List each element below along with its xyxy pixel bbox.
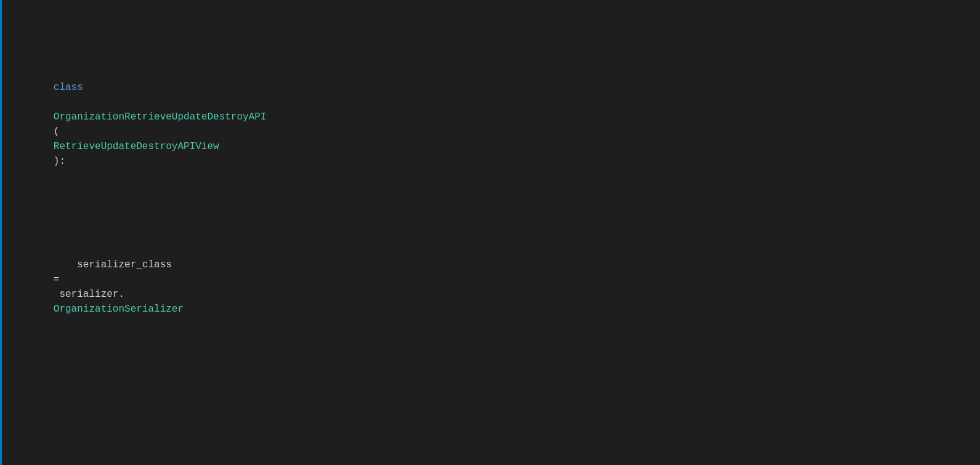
code-line-1: class OrganizationRetrieveUpdateDestroyA… xyxy=(0,65,980,184)
code-editor[interactable]: class OrganizationRetrieveUpdateDestroyA… xyxy=(0,0,980,465)
parent-class: RetrieveUpdateDestroyAPIView xyxy=(54,141,219,152)
serializer-class-ref: OrganizationSerializer xyxy=(54,304,184,315)
class-name: OrganizationRetrieveUpdateDestroyAPI xyxy=(54,111,267,123)
code-line-2: serializer_class = serializer. Organizat… xyxy=(0,243,980,331)
code-line-3 xyxy=(0,390,980,405)
keyword-class: class xyxy=(54,82,83,93)
code-content: class OrganizationRetrieveUpdateDestroyA… xyxy=(0,0,980,465)
